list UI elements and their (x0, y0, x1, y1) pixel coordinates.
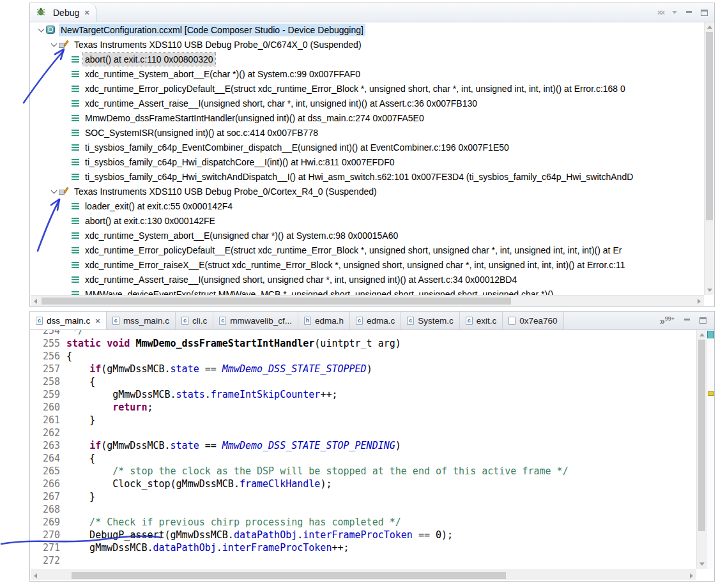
code-line[interactable]: 268 (31, 503, 696, 516)
line-number[interactable]: 257 (31, 363, 66, 375)
code-line[interactable]: 263 if(gMmwDssMCB.state == MmwDemo_DSS_S… (31, 439, 696, 452)
scroll-down-button[interactable] (705, 285, 714, 295)
code-line[interactable]: 255static void MmwDemo_dssFrameStartIntH… (31, 337, 696, 350)
code-editor[interactable]: 254 */255static void MmwDemo_dssFrameSta… (31, 330, 696, 569)
scroll-left-button[interactable] (31, 296, 40, 306)
view-menu-icon[interactable] (672, 11, 677, 14)
debug-view-tab[interactable]: Debug × (30, 3, 96, 22)
line-number[interactable]: 264 (31, 452, 66, 465)
scrollbar-thumb[interactable] (698, 340, 705, 531)
stack-frame-row[interactable]: xdc_runtime_System_abort__E(char *)() at… (31, 66, 704, 81)
editor-horizontal-scrollbar[interactable] (31, 569, 696, 580)
stack-frame-row[interactable]: ti_sysbios_family_c64p_EventCombiner_dis… (31, 140, 704, 155)
editor-maximize-icon[interactable] (699, 317, 707, 324)
line-number[interactable]: 254 (31, 330, 66, 337)
line-number[interactable]: 270 (31, 529, 66, 541)
stack-frame-row[interactable]: abort() at exit.c:110 0x00800320 (31, 52, 704, 66)
tab-close-icon[interactable]: × (95, 316, 100, 326)
code-line[interactable]: 266 Clock_stop(gMmwDssMCB.frameClkHandle… (31, 478, 696, 490)
expand-chevron-icon[interactable] (49, 190, 59, 193)
scroll-up-button[interactable] (705, 22, 714, 32)
debug-view-minimize-icon[interactable] (685, 10, 692, 16)
editor-tab-mss-main-c[interactable]: cmss_main.c (107, 312, 176, 329)
editor-tab-cli-c[interactable]: ccli.c (176, 312, 213, 329)
editor-tab-exit-c[interactable]: cexit.c (460, 312, 503, 329)
scrollbar-thumb[interactable] (706, 32, 713, 220)
debug-tree-node[interactable]: Texas Instruments XDS110 USB Debug Probe… (31, 184, 704, 199)
code-line[interactable]: 269 /* Check if previous chirp processin… (31, 516, 696, 529)
remove-all-terminated-icon[interactable]: ×× (657, 8, 664, 17)
debug-tree-node[interactable]: Texas Instruments XDS110 USB Debug Probe… (31, 37, 704, 52)
editor-tab-dss-main-c[interactable]: cdss_main.c× (30, 312, 107, 329)
stack-frame-row[interactable]: xdc_runtime_Error_raiseX__E(struct xdc_r… (31, 257, 704, 272)
line-number[interactable]: 273 (31, 567, 66, 569)
line-number[interactable]: 268 (31, 503, 66, 516)
line-number[interactable]: 265 (31, 465, 66, 478)
line-number[interactable]: 256 (31, 350, 66, 363)
editor-tab-mmwavelib-cf-[interactable]: cmmwavelib_cf... (213, 312, 298, 329)
line-number[interactable]: 262 (31, 426, 66, 439)
code-line[interactable]: 271 gMmwDssMCB.dataPathObj.interFramePro… (31, 541, 696, 554)
line-number[interactable]: 271 (31, 541, 66, 554)
code-line[interactable]: 259 gMmwDssMCB.stats.frameIntSkipCounter… (31, 388, 696, 401)
stack-frame-row[interactable]: ti_sysbios_family_c64p_Hwi_switchAndDisp… (31, 169, 704, 184)
code-line[interactable]: 261 } (31, 414, 696, 426)
stack-frame-row[interactable]: loader_exit() at exit.c:55 0x000142F4 (31, 199, 704, 213)
code-line[interactable]: 257 if(gMmwDssMCB.state == MmwDemo_DSS_S… (31, 363, 696, 375)
editor-tab-system-c[interactable]: cSystem.c (401, 312, 460, 329)
code-line[interactable]: 264 { (31, 452, 696, 465)
code-line[interactable]: 270 DebugP_assert(gMmwDssMCB.dataPathObj… (31, 529, 696, 541)
scroll-right-button[interactable] (687, 571, 696, 580)
editor-vertical-scrollbar[interactable] (696, 330, 706, 569)
code-line[interactable]: 256{ (31, 350, 696, 363)
line-number[interactable]: 272 (31, 554, 66, 567)
code-line[interactable]: 272 (31, 554, 696, 567)
line-number[interactable]: 269 (31, 516, 66, 529)
line-number[interactable]: 261 (31, 414, 66, 426)
line-number[interactable]: 267 (31, 490, 66, 503)
code-line[interactable]: 273 (31, 567, 696, 569)
line-number[interactable]: 266 (31, 478, 66, 490)
code-line[interactable]: 262 (31, 426, 696, 439)
code-line[interactable]: 260 return; (31, 401, 696, 414)
expand-chevron-icon[interactable] (36, 29, 46, 31)
scrollbar-thumb[interactable] (72, 572, 506, 579)
editor-tab-edma-h[interactable]: hedma.h (298, 312, 350, 329)
editor-minimize-icon[interactable] (684, 317, 691, 324)
scroll-left-button[interactable] (31, 571, 40, 580)
scroll-down-button[interactable] (697, 559, 707, 569)
stack-frame-row[interactable]: SOC_SystemISR(unsigned int)() at soc.c:4… (31, 125, 704, 140)
expand-chevron-icon[interactable] (49, 43, 59, 46)
line-number[interactable]: 259 (31, 388, 66, 401)
code-line[interactable]: 254 */ (31, 330, 696, 337)
editor-tab-edma-c[interactable]: cedma.c (350, 312, 401, 329)
stack-frame-row[interactable]: xdc_runtime_Error_policyDefault__E(struc… (31, 243, 704, 257)
stack-frame-row[interactable]: abort() at exit.c:130 0x000142FE (31, 213, 704, 228)
editor-tab-0x7ea760[interactable]: 0x7ea760 (503, 312, 563, 329)
stack-frame-row[interactable]: xdc_runtime_System_abort__E(unsigned cha… (31, 228, 704, 243)
line-number[interactable]: 258 (31, 375, 66, 388)
scrollbar-thumb[interactable] (42, 298, 511, 305)
line-number[interactable]: 260 (31, 401, 66, 414)
debug-tree-horizontal-scrollbar[interactable] (31, 295, 704, 306)
code-line[interactable]: 267 } (31, 490, 696, 503)
debug-tree-node[interactable]: NewTargetConfiguration.ccxml [Code Compo… (31, 22, 704, 37)
debug-tree-vertical-scrollbar[interactable] (704, 22, 714, 295)
debug-view-maximize-icon[interactable] (701, 10, 708, 16)
stack-frame-row[interactable]: MMWave_deviceEventFxn(struct MMWave_MCB … (31, 287, 704, 295)
overview-ruler[interactable] (706, 330, 714, 569)
stack-frame-row[interactable]: xdc_runtime_Error_policyDefault__E(struc… (31, 81, 704, 96)
code-line[interactable]: 265 /* stop the clock as the DSP will be… (31, 465, 696, 478)
line-number[interactable]: 263 (31, 439, 66, 452)
stack-frame-row[interactable]: MmwDemo_dssFrameStartIntHandler(unsigned… (31, 110, 704, 125)
annotation-mark[interactable] (708, 391, 714, 396)
line-number[interactable]: 255 (31, 337, 66, 350)
scroll-up-button[interactable] (697, 330, 707, 340)
range-indicator-mark[interactable] (707, 331, 714, 338)
scroll-right-button[interactable] (694, 296, 704, 306)
code-line[interactable]: 258 { (31, 375, 696, 388)
editor-tab-overflow-button[interactable]: »99+ (660, 315, 675, 326)
debug-view-tab-close-icon[interactable]: × (84, 8, 89, 17)
stack-frame-row[interactable]: xdc_runtime_Assert_raise__I(unsigned sho… (31, 272, 704, 287)
stack-frame-row[interactable]: ti_sysbios_family_c64p_Hwi_dispatchCore_… (31, 155, 704, 169)
